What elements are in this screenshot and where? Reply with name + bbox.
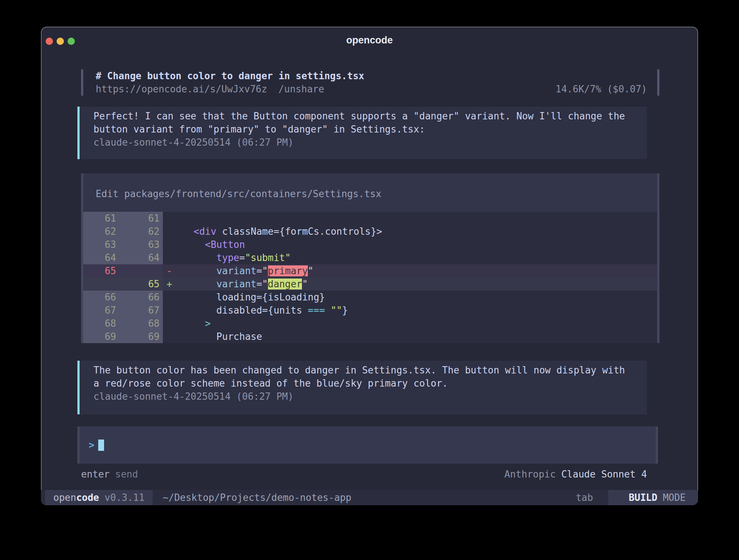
line-number-old: 69 [83, 330, 121, 343]
input-left-bar [77, 426, 80, 464]
line-number-new: 67 [121, 304, 163, 317]
edit-tool-block: Edit packages/frontend/src/containers/Se… [81, 173, 659, 343]
diff-marker [163, 304, 178, 317]
diff-row: 6969 Purchase [83, 330, 657, 343]
diff-row: 65- variant="primary" [83, 264, 657, 277]
enter-key-label: enter [81, 469, 110, 480]
input-right-bar [656, 426, 658, 464]
app-version-segment: opencodev0.3.11 [45, 490, 153, 505]
unshare-command: /unshare [279, 84, 324, 95]
app-name-regular: open [53, 492, 76, 503]
text-cursor [98, 440, 104, 451]
line-number-old [83, 277, 121, 291]
diff-row: 6363 <Button [83, 238, 657, 251]
line-number-new: 61 [121, 212, 163, 225]
hint-row: entersend AnthropicClaude Sonnet 4 [81, 468, 647, 481]
prompt-symbol: > [89, 440, 95, 450]
code-line: type="submit" [178, 251, 657, 264]
code-line [178, 212, 657, 225]
session-title: # Change button color to danger in setti… [96, 69, 364, 83]
message-accent-bar [77, 361, 80, 414]
diff-marker [163, 291, 178, 304]
diff-row: 6666 loading={isLoading} [83, 291, 657, 304]
line-number-old: 63 [83, 238, 121, 251]
code-line: loading={isLoading} [178, 291, 657, 304]
session-header: # Change button color to danger in setti… [81, 69, 659, 96]
diff-marker: - [163, 264, 178, 277]
provider-label: Anthropic [504, 469, 556, 480]
mode-suffix: MODE [663, 492, 686, 503]
title-bar: opencode [41, 27, 698, 54]
diff-row: 6161 [83, 212, 657, 225]
line-number-old: 66 [83, 291, 121, 304]
message-meta: claude-sonnet-4-20250514 (06:27 PM) [93, 136, 640, 149]
session-subline: https://opencode.ai/s/UwJxv76z/unshare [96, 83, 324, 96]
diff-marker [163, 238, 178, 251]
app-name-bold: code [76, 492, 99, 503]
assistant-message: The button color has been changed to dan… [77, 361, 647, 414]
diff-marker [163, 251, 178, 264]
message-accent-bar [77, 107, 80, 159]
line-number-new: 69 [121, 330, 163, 343]
header-left-bar [81, 69, 83, 96]
model-label: Claude Sonnet 4 [561, 469, 647, 480]
diff-rows: 61616262<div className={formCs.controls}… [83, 212, 657, 343]
diff-marker [163, 330, 178, 343]
diff-marker [163, 317, 178, 330]
working-directory: ~/Desktop/Projects/demo-notes-app [163, 490, 352, 505]
code-line: disabled={units === ""} [178, 304, 657, 317]
send-hint: entersend [81, 468, 138, 481]
diff-row: 6868 > [83, 317, 657, 330]
mode-segment[interactable]: BUILDMODE [608, 490, 698, 505]
line-number-old: 68 [83, 317, 121, 330]
edit-tool-header: Edit packages/frontend/src/containers/Se… [83, 173, 657, 212]
line-number-old: 65 [83, 264, 121, 277]
line-number-old: 64 [83, 251, 121, 264]
share-url[interactable]: https://opencode.ai/s/UwJxv76z [96, 84, 267, 95]
line-number-new [121, 264, 163, 277]
message-text: a red/rose color scheme instead of the b… [93, 377, 640, 390]
diff-row: 6767 disabled={units === ""} [83, 304, 657, 317]
opencode-window: opencode # Change button color to danger… [41, 27, 698, 505]
line-number-new: 63 [121, 238, 163, 251]
message-meta: claude-sonnet-4-20250514 (06:27 PM) [93, 390, 640, 403]
diff-marker [163, 212, 178, 225]
code-line: variant="danger" [178, 277, 657, 291]
message-text: button variant from "primary" to "danger… [93, 123, 640, 136]
send-label: send [115, 469, 138, 480]
diff-row: 6464 type="submit" [83, 251, 657, 264]
message-text: Perfect! I can see that the Button compo… [93, 110, 640, 123]
line-number-new: 66 [121, 291, 163, 304]
message-text: The button color has been changed to dan… [93, 364, 640, 377]
status-bar: opencodev0.3.11 ~/Desktop/Projects/demo-… [41, 490, 698, 505]
code-line: > [178, 317, 657, 330]
app-version: v0.3.11 [104, 492, 145, 503]
code-line: <div className={formCs.controls}> [178, 225, 657, 238]
mode-name: BUILD [629, 492, 657, 503]
line-number-old: 61 [83, 212, 121, 225]
diff-row: 6262<div className={formCs.controls}> [83, 225, 657, 238]
prompt-input[interactable]: > [77, 426, 658, 464]
diff-marker: + [163, 277, 178, 291]
diff-marker [163, 225, 178, 238]
edit-right-bar [657, 173, 659, 343]
header-right-bar [657, 69, 659, 96]
tab-hint[interactable]: tab [576, 490, 593, 505]
line-number-old: 62 [83, 225, 121, 238]
code-line: variant="primary" [178, 264, 657, 277]
line-number-new: 65 [121, 277, 163, 291]
assistant-message: Perfect! I can see that the Button compo… [77, 107, 647, 159]
window-title: opencode [41, 35, 698, 46]
line-number-new: 62 [121, 225, 163, 238]
line-number-new: 68 [121, 317, 163, 330]
diff-row: 65+ variant="danger" [83, 277, 657, 291]
context-stats: 14.6K/7% ($0.07) [556, 83, 647, 96]
line-number-new: 64 [121, 251, 163, 264]
edit-tool-title: Edit packages/frontend/src/containers/Se… [96, 187, 382, 200]
line-number-old: 67 [83, 304, 121, 317]
code-line: <Button [178, 238, 657, 251]
code-line: Purchase [178, 330, 657, 343]
model-indicator: AnthropicClaude Sonnet 4 [504, 468, 647, 481]
